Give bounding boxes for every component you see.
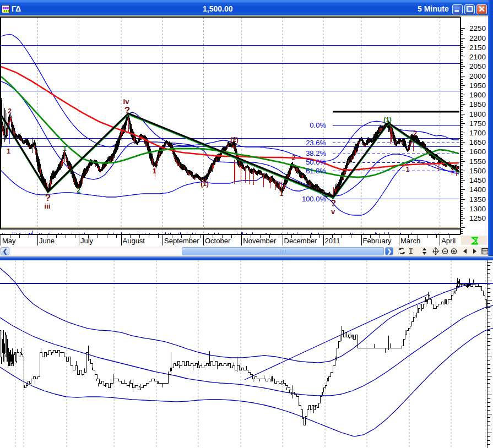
svg-text:61.8%: 61.8% bbox=[306, 167, 326, 175]
svg-text:June: June bbox=[39, 237, 55, 245]
svg-text:1: 1 bbox=[153, 167, 156, 175]
svg-text:(1): (1) bbox=[383, 116, 392, 124]
svg-text:1250: 1250 bbox=[469, 214, 486, 222]
svg-text:March: March bbox=[400, 237, 420, 245]
svg-text:November: November bbox=[243, 237, 277, 245]
svg-text:1850: 1850 bbox=[469, 100, 486, 108]
svg-text:2: 2 bbox=[77, 187, 80, 194]
svg-text:2000: 2000 bbox=[469, 72, 486, 80]
svg-text:September: September bbox=[164, 237, 199, 245]
svg-text:v: v bbox=[331, 207, 335, 216]
svg-text:1400: 1400 bbox=[469, 185, 486, 194]
svg-text:1800: 1800 bbox=[469, 110, 486, 118]
svg-text:1: 1 bbox=[406, 166, 410, 173]
svg-text:1300: 1300 bbox=[469, 205, 486, 213]
svg-text:iv: iv bbox=[123, 97, 130, 106]
svg-text:2150: 2150 bbox=[469, 43, 486, 52]
svg-text:February: February bbox=[363, 237, 392, 245]
svg-text:1550: 1550 bbox=[469, 157, 486, 166]
svg-text:April: April bbox=[441, 237, 456, 245]
svg-text:50.0%: 50.0% bbox=[306, 158, 326, 166]
svg-text:May: May bbox=[2, 237, 16, 245]
svg-text:1: 1 bbox=[280, 190, 284, 198]
svg-text:July: July bbox=[80, 237, 94, 245]
svg-text:2100: 2100 bbox=[469, 53, 486, 61]
svg-text:December: December bbox=[284, 237, 318, 245]
svg-text:(1): (1) bbox=[201, 180, 209, 188]
svg-text:1500: 1500 bbox=[469, 167, 486, 175]
svg-text:23.6%: 23.6% bbox=[306, 139, 326, 147]
svg-text:October: October bbox=[205, 237, 231, 245]
svg-text:August: August bbox=[123, 237, 145, 245]
svg-text:(2): (2) bbox=[230, 136, 239, 144]
svg-text:1: 1 bbox=[63, 145, 67, 152]
svg-text:?: ? bbox=[124, 105, 130, 116]
svg-text:1600: 1600 bbox=[469, 147, 486, 156]
svg-text:2050: 2050 bbox=[469, 62, 486, 70]
svg-text:1750: 1750 bbox=[469, 119, 486, 128]
svg-text:2011: 2011 bbox=[325, 237, 340, 245]
svg-text:2: 2 bbox=[8, 107, 12, 115]
svg-text:1350: 1350 bbox=[469, 195, 486, 204]
svg-text:100.0%: 100.0% bbox=[302, 195, 327, 203]
svg-text:0.0%: 0.0% bbox=[310, 121, 326, 129]
svg-text:1650: 1650 bbox=[469, 138, 486, 146]
svg-text:2200: 2200 bbox=[469, 34, 486, 42]
svg-text:1: 1 bbox=[7, 147, 10, 155]
svg-text:2250: 2250 bbox=[469, 24, 486, 32]
svg-text:iii: iii bbox=[45, 202, 51, 210]
svg-text:1950: 1950 bbox=[469, 81, 486, 90]
svg-text:2: 2 bbox=[413, 130, 417, 138]
svg-text:1450: 1450 bbox=[469, 176, 486, 184]
svg-text:2: 2 bbox=[292, 154, 296, 162]
svg-text:1700: 1700 bbox=[469, 129, 486, 137]
svg-text:38.2%: 38.2% bbox=[306, 149, 326, 157]
svg-text:1900: 1900 bbox=[469, 91, 486, 99]
